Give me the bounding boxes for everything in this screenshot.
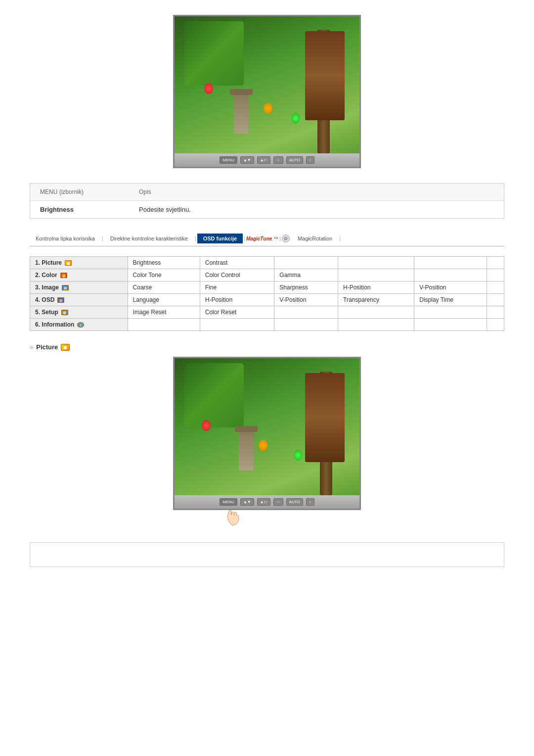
menu-item-2-label: 2. Color xyxy=(35,272,57,279)
tab-direktne[interactable]: Direktne kontrolne karakteristike xyxy=(104,234,194,243)
bezel-btn-b6: ○ xyxy=(306,498,314,506)
menu-item-4-label: 4. OSD xyxy=(35,296,54,303)
magictune-tm: ™ xyxy=(273,236,278,241)
monitor-bottom-container: MENU ▲▼ ▲/○ ↔ AUTO ○ xyxy=(173,357,361,510)
osd-cell-empty-6e xyxy=(414,319,487,331)
osd-cell-colortone[interactable]: Color Tone xyxy=(128,269,200,282)
bezel-btn-2: ▲▼ xyxy=(240,156,254,164)
pagoda-2 xyxy=(239,431,254,471)
picture-section-label: ○ Picture ▣ xyxy=(30,343,504,351)
osd-cell-empty-5d xyxy=(487,306,504,319)
tab-sep-2: | xyxy=(194,236,197,241)
osd-cell-empty-3a xyxy=(487,282,504,294)
magicrotation-icon: ⊙ xyxy=(282,235,290,242)
garden-image xyxy=(175,16,359,153)
osd-cell-empty-6d xyxy=(338,319,414,331)
bottom-border-box xyxy=(30,542,504,567)
osd-cell-gamma[interactable]: Gamma xyxy=(274,269,338,282)
bezel-btn-b4: ↔ xyxy=(273,498,283,506)
lantern-6 xyxy=(294,450,303,461)
osd-cell-empty-2c xyxy=(487,269,504,282)
tab-magicrotation[interactable]: MagicRotation xyxy=(292,234,338,243)
osd-cell-contrast[interactable]: Contrast xyxy=(200,257,274,269)
menu-table-row: Brightness Podesite svjetlinu. xyxy=(30,201,504,218)
menu-item-3[interactable]: 3. Image ⊞ xyxy=(30,282,128,294)
osd-cell-hposition-3[interactable]: H-Position xyxy=(338,282,414,294)
bezel-auto-btn-2: AUTO xyxy=(286,498,303,506)
osd-cell-displaytime[interactable]: Display Time xyxy=(414,294,487,306)
bezel-menu-btn: MENU xyxy=(220,156,237,164)
picture-text: Picture xyxy=(36,343,58,351)
lantern-2 xyxy=(264,103,272,114)
lantern-3 xyxy=(291,113,300,124)
osd-cell-empty-4a xyxy=(487,294,504,306)
osd-cell-brightness[interactable]: Brightness xyxy=(128,257,200,269)
osd-row-6: 6. Information i xyxy=(30,319,504,331)
osd-cell-fine[interactable]: Fine xyxy=(200,282,274,294)
menu-item-2[interactable]: 2. Color ◎ xyxy=(30,269,128,282)
osd-cell-hposition-4[interactable]: H-Position xyxy=(200,294,274,306)
menu-item-1[interactable]: 1. Picture ▣ xyxy=(30,257,128,269)
picture-icon-badge: ▣ xyxy=(61,344,70,351)
menu-table: MENU (izbornik) Opis Brightness Podesite… xyxy=(30,183,504,219)
monitor-bezel-bottom: MENU ▲▼ ▲/○ ↔ AUTO ○ xyxy=(173,495,361,510)
osd-cell-empty-6a xyxy=(128,319,200,331)
osd-cell-coarse[interactable]: Coarse xyxy=(128,282,200,294)
bezel-btn-b3: ▲/○ xyxy=(257,498,270,506)
osd-cell-empty-1c xyxy=(414,257,487,269)
osd-menu-table: 1. Picture ▣ Brightness Contrast 2. Colo… xyxy=(30,256,504,331)
osd-cell-colorreset[interactable]: Color Reset xyxy=(200,306,274,319)
color-icon-small: ◎ xyxy=(60,273,67,278)
bezel-menu-btn-2: MENU xyxy=(220,498,237,506)
menu-row-label: Brightness xyxy=(40,206,139,213)
osd-row-5: 5. Setup ⊞ Image Reset Color Reset xyxy=(30,306,504,319)
osd-row-3: 3. Image ⊞ Coarse Fine Sharpness H-Posit… xyxy=(30,282,504,294)
osd-cell-language[interactable]: Language xyxy=(128,294,200,306)
menu-item-5-label: 5. Setup xyxy=(35,309,58,316)
bezel-btn-3: ▲/○ xyxy=(257,156,270,164)
menu-item-1-label: 1. Picture xyxy=(35,259,62,266)
picture-radio: ○ xyxy=(30,344,33,351)
osd-row-2: 2. Color ◎ Color Tone Color Control Gamm… xyxy=(30,269,504,282)
garden-image-2 xyxy=(175,358,359,495)
menu-item-6[interactable]: 6. Information i xyxy=(30,319,128,331)
picture-icon-small: ▣ xyxy=(65,260,72,266)
osd-cell-empty-1d xyxy=(487,257,504,269)
nav-tabs: Kontrolna tipka korisnika | Direktne kon… xyxy=(30,234,504,246)
monitor-top-container: MENU ▲▼ ▲/○ ↔ AUTO ○ xyxy=(173,15,361,168)
osd-cell-empty-5b xyxy=(338,306,414,319)
monitor-bezel-top: MENU ▲▼ ▲/○ ↔ AUTO ○ xyxy=(173,153,361,168)
menu-item-5[interactable]: 5. Setup ⊞ xyxy=(30,306,128,319)
osd-cell-vposition-3[interactable]: V-Position xyxy=(414,282,487,294)
monitor-top-section: MENU ▲▼ ▲/○ ↔ AUTO ○ xyxy=(30,15,504,168)
lantern-4 xyxy=(202,420,211,431)
osd-cell-empty-6f xyxy=(487,319,504,331)
monitor-screen-top xyxy=(173,15,361,153)
osd-cell-empty-5c xyxy=(414,306,487,319)
setup-icon-small: ⊞ xyxy=(61,310,68,315)
menu-item-6-label: 6. Information xyxy=(35,321,74,328)
osd-cell-sharpness[interactable]: Sharpness xyxy=(274,282,338,294)
lantern-1 xyxy=(204,83,213,94)
osd-cell-colorcontrol[interactable]: Color Control xyxy=(200,269,274,282)
osd-cell-vposition-4[interactable]: V-Position xyxy=(274,294,338,306)
osd-cell-imagereset[interactable]: Image Reset xyxy=(128,306,200,319)
info-icon-small: i xyxy=(77,322,84,328)
tab-kontrolna[interactable]: Kontrolna tipka korisnika xyxy=(30,234,101,243)
cursor-area xyxy=(173,510,361,527)
osd-cell-empty-1b xyxy=(338,257,414,269)
menu-row-desc: Podesite svjetlinu. xyxy=(139,206,191,213)
osd-cell-empty-5a xyxy=(274,306,338,319)
tab-osd[interactable]: OSD funkcije xyxy=(197,234,243,243)
osd-cell-transparency[interactable]: Transparency xyxy=(338,294,414,306)
osd-icon-small: ⊟ xyxy=(57,297,64,303)
tree-element xyxy=(317,30,330,153)
tree-2 xyxy=(320,372,332,495)
bezel-btn-6: ○ xyxy=(306,156,314,164)
menu-item-4[interactable]: 4. OSD ⊟ xyxy=(30,294,128,306)
menu-item-3-label: 3. Image xyxy=(35,284,59,291)
menu-table-header: MENU (izbornik) Opis xyxy=(30,184,504,201)
header-menu-col: MENU (izbornik) xyxy=(40,189,139,195)
tab-sep-1: | xyxy=(101,236,104,241)
osd-cell-empty-6b xyxy=(200,319,274,331)
